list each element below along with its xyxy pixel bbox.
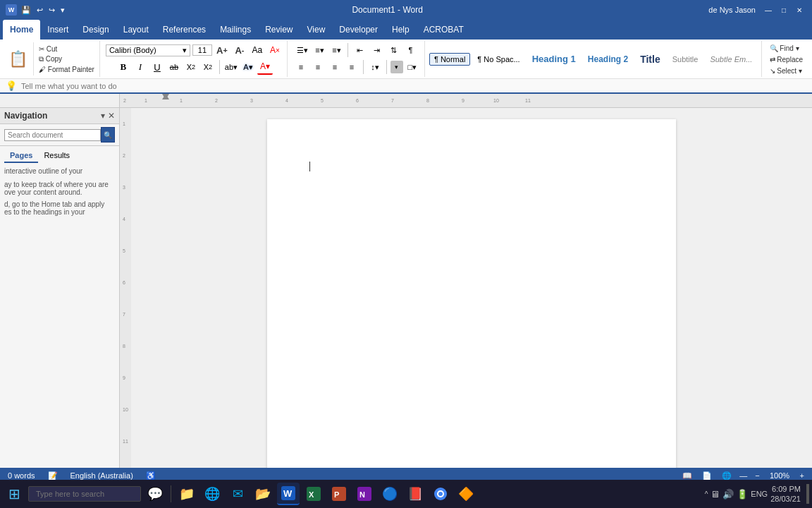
bullets-button[interactable]: ☰▾ <box>295 42 310 58</box>
tab-design[interactable]: Design <box>75 20 116 40</box>
taskbar-edge-icon[interactable]: 🌐 <box>201 483 223 505</box>
style-no-space[interactable]: ¶ No Spac... <box>472 53 524 66</box>
align-center-button[interactable]: ≡ <box>310 59 326 75</box>
text-effect-button[interactable]: A▾ <box>240 59 256 75</box>
format-painter-button[interactable]: 🖌 Format Painter <box>37 65 97 74</box>
sort-button[interactable]: ⇅ <box>386 42 401 58</box>
style-heading2[interactable]: Heading 2 <box>583 52 633 66</box>
style-normal[interactable]: ¶ Normal <box>429 53 470 66</box>
underline-button[interactable]: U <box>149 59 165 75</box>
print-layout-button[interactable]: 📄 <box>700 471 714 480</box>
tray-battery-icon[interactable]: 🔋 <box>737 489 748 500</box>
tab-insert[interactable]: Insert <box>40 20 75 40</box>
redo-button[interactable]: ↪ <box>47 4 56 16</box>
shading-button[interactable]: ▾ <box>390 61 403 73</box>
decrease-font-button[interactable]: A- <box>232 42 247 58</box>
taskbar-powerpoint-icon[interactable]: P <box>328 483 350 505</box>
task-view-button[interactable]: 💬 <box>144 483 166 505</box>
paste-button[interactable]: 📋 <box>6 49 30 70</box>
tab-acrobat[interactable]: ACROBAT <box>417 20 471 40</box>
font-family-selector[interactable]: Calibri (Body) ▾ <box>106 44 190 56</box>
zoom-out-button[interactable]: − <box>753 471 761 480</box>
taskbar-excel-icon[interactable]: X <box>302 483 325 505</box>
taskbar-files-icon[interactable]: 📂 <box>252 483 274 505</box>
align-right-button[interactable]: ≡ <box>327 59 343 75</box>
taskbar-onenote-icon[interactable]: N <box>353 483 376 505</box>
style-heading1[interactable]: Heading 1 <box>527 52 581 66</box>
maximize-button[interactable]: □ <box>777 4 791 16</box>
document-page[interactable] <box>267 119 676 468</box>
show-formatting-button[interactable]: ¶ <box>402 42 418 58</box>
read-mode-button[interactable]: 📖 <box>680 471 694 480</box>
style-subtle-emphasis[interactable]: Subtle Em... <box>705 53 757 66</box>
nav-pane-close-button[interactable]: ✕ <box>108 111 115 121</box>
style-title[interactable]: Title <box>635 52 665 67</box>
taskbar-explorer-icon[interactable]: 📁 <box>176 483 198 505</box>
zoom-in-button[interactable]: + <box>798 471 806 480</box>
numbering-button[interactable]: ≡▾ <box>312 42 327 58</box>
superscript-button[interactable]: X2 <box>200 59 216 75</box>
tray-sound-icon[interactable]: 🔊 <box>722 489 734 500</box>
font-size-input[interactable]: 11 <box>192 44 212 56</box>
nav-tab-pages[interactable]: Pages <box>4 149 38 163</box>
taskbar-acrobat-icon[interactable]: 📕 <box>404 483 426 505</box>
taskbar-chrome-icon[interactable] <box>429 483 452 505</box>
copy-button[interactable]: ⧉ Copy <box>37 54 97 64</box>
web-layout-button[interactable]: 🌐 <box>720 471 734 480</box>
nav-search-input[interactable] <box>4 129 101 141</box>
tab-view[interactable]: View <box>300 20 333 40</box>
show-desktop-button[interactable] <box>806 484 809 504</box>
language-status[interactable]: English (Australia) <box>68 471 135 480</box>
undo-button[interactable]: ↩ <box>35 4 44 16</box>
italic-button[interactable]: I <box>133 59 148 75</box>
nav-search-button[interactable]: 🔍 <box>101 127 115 143</box>
font-color-button[interactable]: A▾ <box>257 59 273 75</box>
tab-help[interactable]: Help <box>385 20 417 40</box>
accessibility-button[interactable]: ♿ <box>144 471 158 480</box>
find-button[interactable]: 🔍 Find ▾ <box>768 44 801 53</box>
cut-button[interactable]: ✂ Cut <box>37 44 97 54</box>
strikethrough-button[interactable]: ab <box>166 59 182 75</box>
style-subtitle[interactable]: Subtitle <box>668 53 703 66</box>
bold-button[interactable]: B <box>116 59 131 75</box>
subscript-button[interactable]: X2 <box>183 59 199 75</box>
borders-button[interactable]: □▾ <box>405 59 420 75</box>
minimize-button[interactable]: — <box>761 4 775 16</box>
justify-button[interactable]: ≡ <box>344 59 359 75</box>
taskbar-teams-icon[interactable]: 🔵 <box>379 483 401 505</box>
tab-developer[interactable]: Developer <box>332 20 385 40</box>
tab-references[interactable]: References <box>156 20 213 40</box>
align-left-button[interactable]: ≡ <box>293 59 309 75</box>
tab-layout[interactable]: Layout <box>116 20 156 40</box>
taskbar-word-icon[interactable]: W <box>277 483 300 505</box>
taskbar-mail-icon[interactable]: ✉ <box>226 483 249 505</box>
select-button[interactable]: ↘ Select ▾ <box>768 66 804 75</box>
tray-network-icon[interactable]: 🖥 <box>710 489 720 500</box>
change-case-button[interactable]: Aa <box>250 42 265 58</box>
system-clock[interactable]: 6:09 PM 28/03/21 <box>770 484 801 504</box>
text-highlight-button[interactable]: ab▾ <box>223 59 239 75</box>
decrease-indent-button[interactable]: ⇤ <box>352 42 367 58</box>
tab-mailings[interactable]: Mailings <box>213 20 258 40</box>
tray-chevron-icon[interactable]: ^ <box>705 490 708 498</box>
tell-me-input[interactable] <box>21 82 162 90</box>
clear-formatting-button[interactable]: A× <box>267 42 283 58</box>
tab-home[interactable]: Home <box>3 20 40 40</box>
increase-indent-button[interactable]: ⇥ <box>369 42 384 58</box>
close-button[interactable]: ✕ <box>792 4 806 16</box>
replace-button[interactable]: ⇄ Replace <box>768 55 805 64</box>
language-indicator[interactable]: ENG <box>751 490 768 498</box>
increase-font-button[interactable]: A+ <box>214 42 230 58</box>
tab-review[interactable]: Review <box>258 20 300 40</box>
proofing-icon[interactable]: 📝 <box>46 471 60 480</box>
start-button[interactable]: ⊞ <box>3 483 25 505</box>
customize-qa-button[interactable]: ▾ <box>59 4 66 16</box>
line-spacing-button[interactable]: ↕▾ <box>367 59 383 75</box>
nav-pane-options-button[interactable]: ▾ <box>101 111 105 121</box>
taskbar-more-icon[interactable]: 🔶 <box>455 483 477 505</box>
multilevel-list-button[interactable]: ≡▾ <box>328 42 344 58</box>
nav-tab-results[interactable]: Results <box>38 149 75 163</box>
word-count-status[interactable]: 0 words <box>6 471 37 480</box>
save-button[interactable]: 💾 <box>20 4 32 16</box>
taskbar-search-input[interactable] <box>28 486 141 502</box>
